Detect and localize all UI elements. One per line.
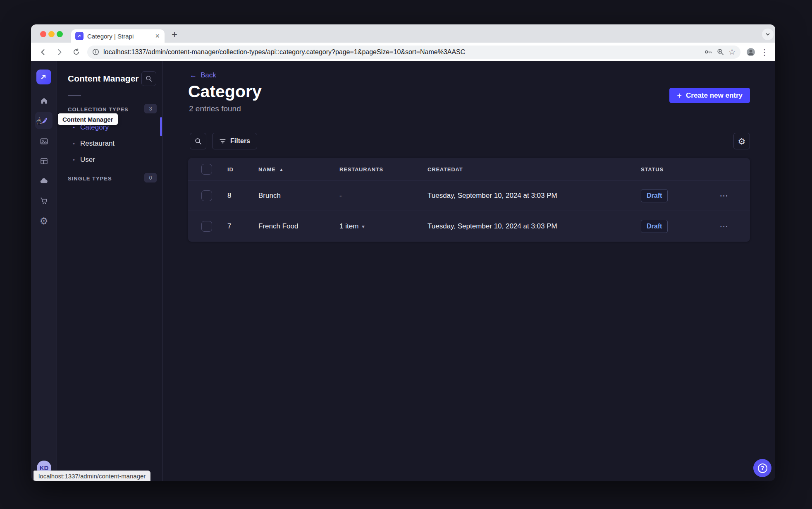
cell-name: French Food xyxy=(258,211,298,242)
table-row[interactable]: 8 Brunch - Tuesday, September 10, 2024 a… xyxy=(188,180,750,211)
bookmark-star-icon[interactable]: ☆ xyxy=(728,48,736,56)
media-library-icon xyxy=(40,137,48,146)
table-search-button[interactable] xyxy=(190,133,206,149)
subnav-item-user[interactable]: • User xyxy=(73,155,95,165)
sidebar-item-home[interactable] xyxy=(35,92,53,109)
minimize-window-button[interactable] xyxy=(48,31,55,37)
single-types-label: SINGLE TYPES xyxy=(68,175,112,182)
desktop-background: Category | Strapi × + local xyxy=(0,0,812,509)
list-view-content: ← Back Category 2 entries found + Create… xyxy=(163,61,775,481)
browser-tab[interactable]: Category | Strapi × xyxy=(71,29,165,43)
filters-button[interactable]: Filters xyxy=(212,133,257,149)
cell-createdat: Tuesday, September 10, 2024 at 3:03 PM xyxy=(427,211,557,242)
sidebar-item-deploy-cloud[interactable] xyxy=(35,172,53,190)
entries-count-text: 2 entries found xyxy=(189,104,241,113)
collection-types-count-badge: 3 xyxy=(144,104,157,113)
cell-restaurants-dropdown[interactable]: 1 item ▾ xyxy=(339,211,365,242)
table-header-row: ID NAME ▲ RESTAURANTS CREATEDAT STATUS xyxy=(188,158,750,180)
content-manager-tooltip: Content Manager xyxy=(58,113,118,125)
create-new-entry-button[interactable]: + Create new entry xyxy=(669,88,750,103)
subnav-scrollbar-thumb[interactable] xyxy=(160,117,162,136)
filter-icon xyxy=(219,138,226,145)
column-header-createdat[interactable]: CREATEDAT xyxy=(427,158,463,180)
column-header-id[interactable]: ID xyxy=(227,158,234,180)
page-title: Category xyxy=(188,82,262,101)
reload-icon[interactable] xyxy=(69,45,83,59)
help-button[interactable]: ? xyxy=(753,459,771,477)
subnav-item-restaurant[interactable]: • Restaurant xyxy=(73,139,115,149)
cell-status: Draft xyxy=(641,180,668,211)
cell-name: Brunch xyxy=(258,180,281,211)
password-key-icon[interactable] xyxy=(704,48,712,56)
bullet-icon: • xyxy=(73,157,75,163)
close-window-button[interactable] xyxy=(40,31,46,37)
chevron-down-icon: ▾ xyxy=(362,223,365,230)
settings-gear-icon: ⚙ xyxy=(738,137,746,146)
collection-types-label: COLLECTION TYPES xyxy=(68,106,129,113)
browser-menu-icon[interactable]: ⋮ xyxy=(759,47,769,57)
question-mark-icon: ? xyxy=(758,463,767,473)
browser-window: Category | Strapi × + local xyxy=(31,24,775,481)
subnav-divider xyxy=(68,95,81,96)
cell-id: 8 xyxy=(227,180,231,211)
url-text[interactable]: localhost:1337/admin/content-manager/col… xyxy=(103,48,700,56)
status-badge: Draft xyxy=(641,189,668,202)
sidebar-item-marketplace[interactable] xyxy=(35,192,53,209)
back-link[interactable]: ← Back xyxy=(190,71,216,79)
strapi-logo[interactable] xyxy=(36,70,51,84)
zoom-icon[interactable] xyxy=(716,48,724,56)
status-badge: Draft xyxy=(641,220,668,233)
sidebar-item-content-type-builder[interactable] xyxy=(35,152,53,170)
sidebar-item-media-library[interactable] xyxy=(35,132,53,150)
view-settings-button[interactable]: ⚙ xyxy=(733,133,750,149)
row-actions-menu[interactable]: ⋯ xyxy=(715,211,733,242)
strapi-favicon xyxy=(75,32,84,40)
subnav-title: Content Manager xyxy=(68,74,139,84)
browser-status-bar: localhost:1337/admin/content-manager xyxy=(33,471,150,481)
cell-createdat: Tuesday, September 10, 2024 at 3:03 PM xyxy=(427,180,557,211)
sidebar-item-settings[interactable]: ⚙ xyxy=(35,212,53,230)
site-info-icon[interactable] xyxy=(92,48,99,55)
row-checkbox[interactable] xyxy=(201,190,212,201)
bullet-icon: • xyxy=(73,125,75,130)
plus-icon: + xyxy=(677,91,682,100)
shopping-cart-icon xyxy=(40,197,48,205)
cell-id: 7 xyxy=(227,211,231,242)
single-types-count-badge: 0 xyxy=(144,173,157,182)
cell-status: Draft xyxy=(641,211,668,242)
tab-search-button[interactable] xyxy=(762,29,774,40)
row-actions-menu[interactable]: ⋯ xyxy=(715,180,733,211)
forward-nav-icon[interactable] xyxy=(53,45,67,59)
select-all-checkbox[interactable] xyxy=(201,164,212,175)
bullet-icon: • xyxy=(73,141,75,146)
browser-toolbar: localhost:1337/admin/content-manager/col… xyxy=(31,43,775,61)
back-nav-icon[interactable] xyxy=(36,45,50,59)
entries-table: ID NAME ▲ RESTAURANTS CREATEDAT STATUS 8… xyxy=(188,158,750,242)
browser-profile-icon[interactable] xyxy=(745,46,757,58)
strapi-admin-app: ⚙ KD Content Manager COLLECTION TYPES 3 … xyxy=(31,61,775,481)
row-checkbox[interactable] xyxy=(201,221,212,232)
subnav-search-button[interactable] xyxy=(141,71,156,86)
browser-tab-strip: Category | Strapi × + xyxy=(31,24,775,43)
home-icon xyxy=(40,96,48,105)
table-row[interactable]: 7 French Food 1 item ▾ Tuesday, Septembe… xyxy=(188,211,750,242)
main-navigation-sidebar: ⚙ KD xyxy=(31,61,57,481)
settings-gear-icon: ⚙ xyxy=(40,216,48,226)
new-tab-button[interactable]: + xyxy=(169,29,180,40)
fullscreen-window-button[interactable] xyxy=(57,31,63,37)
cloud-icon xyxy=(39,176,48,185)
back-arrow-icon: ← xyxy=(190,71,197,79)
column-header-name[interactable]: NAME ▲ xyxy=(258,158,284,180)
address-bar[interactable]: localhost:1337/admin/content-manager/col… xyxy=(87,46,740,59)
column-header-restaurants[interactable]: RESTAURANTS xyxy=(339,158,383,180)
tab-close-icon[interactable]: × xyxy=(154,32,160,40)
layout-icon xyxy=(40,157,48,166)
cell-restaurants: - xyxy=(339,180,342,211)
column-header-status[interactable]: STATUS xyxy=(641,158,664,180)
sort-ascending-icon: ▲ xyxy=(279,167,284,172)
tab-title: Category | Strapi xyxy=(87,33,150,40)
sidebar-divider xyxy=(31,88,57,88)
